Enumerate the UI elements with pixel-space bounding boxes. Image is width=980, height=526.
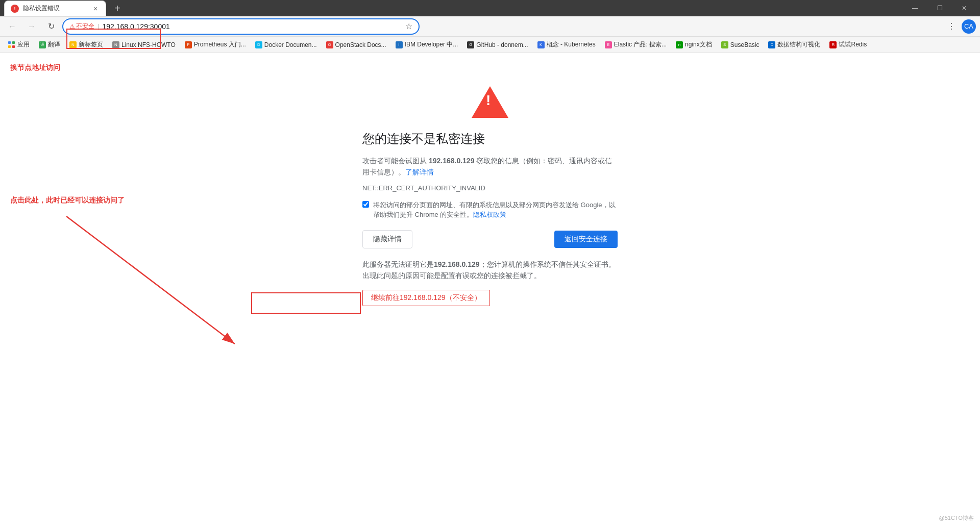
telemetry-text: 将您访问的部分页面的网址、有限的系统信息以及部分网页内容发送给 Google，以… [373,200,618,220]
bookmark-star-icon[interactable]: ☆ [405,21,412,31]
translate-icon: 译 [39,41,46,48]
bookmark-prometheus[interactable]: P Prometheus 入门... [181,38,250,51]
nav-right-buttons: ⋮ CA [943,18,976,35]
privacy-policy-link[interactable]: 隐私权政策 [473,211,506,218]
new-tab-button[interactable]: + [110,1,125,15]
annotation-middle-text: 点击此处，此时已经可以连接访问了 [10,196,125,204]
bookmark-datastructure-label: 数据结构可视化 [777,40,820,49]
bookmark-docker[interactable]: D Docker Documen... [251,39,321,51]
newtab-icon: N [69,41,77,48]
back-button[interactable]: ← [4,18,20,35]
hide-details-button[interactable]: 隐藏详情 [362,230,412,248]
restore-button[interactable]: ❐ [928,0,951,16]
bookmark-nginx[interactable]: n nginx文档 [672,38,716,51]
warning-triangle [472,86,508,118]
page-content: 换节点地址访问 点击此处，此时已经可以连接访问了 您的连接不是私密连接 攻击者可… [0,53,980,502]
bookmark-redis[interactable]: R 试试Redis [825,38,871,51]
annotation-arrow [41,211,235,354]
tab-close-button[interactable]: × [91,5,100,13]
refresh-button[interactable]: ↻ [43,18,59,35]
elastic-icon: E [605,41,612,48]
openstack-icon: O [326,41,333,48]
error-code: NET::ERR_CERT_AUTHORITY_INVALID [362,184,618,192]
bookmark-openstack-label: OpenStack Docs... [335,41,386,48]
bookmark-docker-label: Docker Documen... [264,41,317,48]
proceed-link[interactable]: 继续前往192.168.0.129（不安全） [362,290,490,306]
bookmark-nfs-label: Linux NFS-HOWTO [121,41,176,48]
avatar-button[interactable]: CA [962,19,976,34]
security-warning-text: 不安全 [76,22,94,31]
bookmark-suse[interactable]: S SuseBasic [717,39,764,51]
action-buttons-row: 隐藏详情 返回安全连接 [362,230,618,248]
apps-icon [8,41,15,48]
bookmark-openstack[interactable]: O OpenStack Docs... [322,39,390,51]
github-icon: G [467,41,474,48]
navigation-bar: ← → ↻ ⚠ 不安全 | ☆ ⋮ CA [0,16,980,37]
learn-more-link[interactable]: 了解详情 [405,168,434,176]
warning-icon [472,84,508,120]
bookmark-kubernetes-label: 概念 - Kubernetes [547,40,596,49]
nginx-icon: n [676,41,683,48]
address-separator: | [97,22,99,30]
bookmarks-bar: 应用 译 翻译 N 新标签页 N Linux NFS-HOWTO P Prome… [0,37,980,53]
bookmark-newtab[interactable]: N 新标签页 [65,38,107,51]
bookmark-datastructure[interactable]: D 数据结构可视化 [764,38,824,51]
bookmark-kubernetes[interactable]: K 概念 - Kubernetes [533,38,600,51]
bookmark-translate-label: 翻译 [48,40,60,49]
bookmark-github-label: GitHub - donnem... [476,41,528,48]
bookmark-nfs[interactable]: N Linux NFS-HOWTO [108,39,180,51]
bookmark-suse-label: SuseBasic [730,41,760,48]
bookmark-nginx-label: nginx文档 [685,40,712,49]
telemetry-checkbox-row: 将您访问的部分页面的网址、有限的系统信息以及部分网页内容发送给 Google，以… [362,200,618,220]
suse-icon: S [721,41,728,48]
docker-icon: D [255,41,262,48]
ibm-icon: I [396,41,403,48]
bookmark-elastic[interactable]: E Elastic 产品: 搜索... [601,38,671,51]
forward-button[interactable]: → [23,18,40,35]
url-input[interactable] [102,22,402,31]
bookmark-translate[interactable]: 译 翻译 [35,38,64,51]
bookmark-elastic-label: Elastic 产品: 搜索... [614,40,667,49]
prometheus-icon: P [185,41,192,48]
detail-text: 此服务器无法证明它是192.168.0.129；您计算机的操作系统不信任其安全证… [362,259,618,282]
annotation-middle: 点击此处，此时已经可以连接访问了 [10,196,125,205]
return-safe-button[interactable]: 返回安全连接 [554,231,618,248]
bookmark-redis-label: 试试Redis [839,40,867,49]
bookmark-ibm-label: IBM Developer 中... [405,40,458,49]
bookmark-apps[interactable]: 应用 [4,38,34,51]
error-container: 您的连接不是私密连接 攻击者可能会试图从 192.168.0.129 窃取您的信… [362,84,618,306]
close-button[interactable]: ✕ [952,0,976,16]
nfs-icon: N [112,41,119,48]
minimize-button[interactable]: — [903,0,927,16]
window-controls: — ❐ ✕ [903,0,976,16]
datastructure-icon: D [768,41,775,48]
annotation-top: 换节点地址访问 [10,63,60,72]
svg-line-1 [66,216,235,344]
address-bar[interactable]: ⚠ 不安全 | ☆ [62,18,420,35]
settings-menu-button[interactable]: ⋮ [943,18,960,35]
error-title: 您的连接不是私密连接 [362,131,618,147]
active-tab[interactable]: ! 隐私设置错误 × [4,1,106,16]
bookmark-prometheus-label: Prometheus 入门... [194,40,246,49]
bookmark-github[interactable]: G GitHub - donnem... [463,39,532,51]
redis-icon: R [829,41,837,48]
browser-chrome: ! 隐私设置错误 × + — ❐ ✕ ← → ↻ ⚠ 不安全 | ☆ ⋮ CA [0,0,980,53]
error-description: 攻击者可能会试图从 192.168.0.129 窃取您的信息（例如：密码、通讯内… [362,155,618,178]
annotation-top-text: 换节点地址访问 [10,63,60,71]
tab-favicon: ! [11,5,19,13]
watermark: @51CTO博客 [939,514,974,522]
security-warning-icon: ⚠ 不安全 [69,22,94,31]
bookmark-ibm[interactable]: I IBM Developer 中... [391,38,462,51]
bookmark-apps-label: 应用 [17,40,30,49]
title-bar: ! 隐私设置错误 × + — ❐ ✕ [0,0,980,16]
tab-title: 隐私设置错误 [23,4,87,13]
telemetry-checkbox[interactable] [362,201,369,208]
bookmark-newtab-label: 新标签页 [79,40,103,49]
kubernetes-icon: K [537,41,545,48]
